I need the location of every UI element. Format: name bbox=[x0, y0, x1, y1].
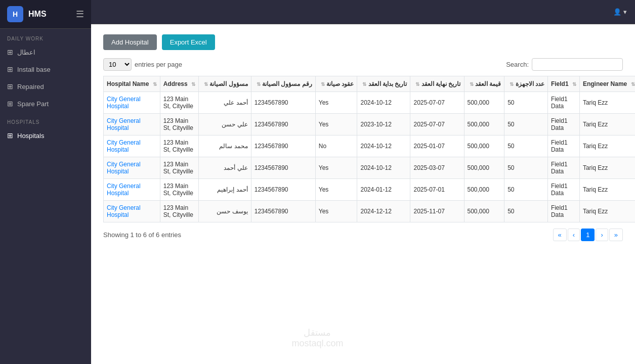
entries-per-page-control: 10 25 50 100 entries per page bbox=[103, 58, 182, 71]
sort-icon-contract-start[interactable]: ⇅ bbox=[362, 81, 366, 87]
search-control: Search: bbox=[506, 58, 623, 71]
hospital-name-link[interactable]: City General Hospital bbox=[107, 117, 141, 131]
sidebar-item-label-spare-part: Spare Part bbox=[17, 100, 49, 108]
hamburger-icon[interactable]: ☰ bbox=[76, 9, 84, 20]
sidebar-item-label-install-base: Install base bbox=[17, 66, 51, 73]
topbar-user-menu[interactable]: 👤 ▾ bbox=[613, 8, 627, 16]
sidebar-item-hospitals[interactable]: ⊞ Hospitals bbox=[0, 127, 91, 144]
hospitals-table: Hospital Name ⇅ Address ⇅ مسؤول الصيانة … bbox=[103, 76, 635, 222]
pagination: « ‹ 1 › » bbox=[553, 229, 623, 241]
sort-icon-contract-value[interactable]: ⇅ bbox=[470, 81, 474, 87]
sidebar-item-اعطال[interactable]: ⊞ اعطال bbox=[0, 43, 91, 61]
table-row: City General Hospital123 Main St, Cityvi… bbox=[104, 201, 636, 222]
pagination-next[interactable]: › bbox=[596, 229, 608, 241]
grid-icon-3: ⊞ bbox=[7, 82, 13, 90]
showing-text: Showing 1 to 6 of 6 entries bbox=[103, 231, 181, 239]
table-row: City General Hospital123 Main St, Cityvi… bbox=[104, 179, 636, 201]
pagination-last[interactable]: » bbox=[609, 229, 623, 241]
toolbar: Add Hospital Export Excel bbox=[103, 34, 623, 50]
sort-icon-engineer-name[interactable]: ⇅ bbox=[631, 81, 635, 87]
daily-work-section-label: DAILY WORK bbox=[0, 29, 91, 43]
grid-icon-5: ⊞ bbox=[7, 131, 13, 140]
sidebar-item-label-hospitals: Hospitals bbox=[17, 132, 44, 140]
th-contract-start: تاريخ بداية العقد ⇅ bbox=[357, 76, 410, 92]
table-row: City General Hospital123 Main St, Cityvi… bbox=[104, 135, 636, 157]
grid-icon-4: ⊞ bbox=[7, 100, 13, 108]
search-label: Search: bbox=[506, 61, 529, 68]
th-maintenance-manager: مسؤول الصيانة ⇅ bbox=[199, 76, 251, 92]
th-contracts: عقود صيانة ⇅ bbox=[315, 76, 357, 92]
pagination-first[interactable]: « bbox=[553, 229, 567, 241]
sort-icon-maintenance-manager[interactable]: ⇅ bbox=[204, 81, 208, 87]
grid-icon-1: ⊞ bbox=[7, 48, 13, 56]
table-row: City General Hospital123 Main St, Cityvi… bbox=[104, 114, 636, 135]
sort-icon-hospital-name[interactable]: ⇅ bbox=[153, 81, 157, 87]
sort-icon-field1[interactable]: ⇅ bbox=[572, 81, 576, 87]
entries-label: entries per page bbox=[135, 61, 182, 68]
th-engineer-name: Engineer Name ⇅ bbox=[579, 76, 635, 92]
export-excel-button[interactable]: Export Excel bbox=[162, 34, 215, 50]
sidebar: H HMS ☰ DAILY WORK ⊞ اعطال ⊞ Install bas… bbox=[0, 0, 91, 364]
sort-icon-contracts[interactable]: ⇅ bbox=[321, 81, 325, 87]
chevron-down-icon: ▾ bbox=[623, 8, 627, 16]
table-row: City General Hospital123 Main St, Cityvi… bbox=[104, 92, 636, 114]
sidebar-header: H HMS ☰ bbox=[0, 0, 91, 29]
hospital-name-link[interactable]: City General Hospital bbox=[107, 161, 141, 175]
hospitals-section-label: HOSPITALS bbox=[0, 112, 91, 127]
pagination-prev[interactable]: ‹ bbox=[568, 229, 580, 241]
add-hospital-button[interactable]: Add Hospital bbox=[103, 34, 157, 50]
app-title: HMS bbox=[28, 10, 47, 19]
entries-select[interactable]: 10 25 50 100 bbox=[103, 58, 132, 71]
grid-icon-2: ⊞ bbox=[7, 65, 13, 73]
topbar: 👤 ▾ bbox=[91, 0, 635, 24]
hospital-name-link[interactable]: City General Hospital bbox=[107, 183, 141, 197]
main-area: 👤 ▾ Add Hospital Export Excel 10 25 50 1… bbox=[91, 0, 635, 364]
sort-icon-device-count[interactable]: ⇅ bbox=[510, 81, 514, 87]
th-device-count: عدد الاجهزة ⇅ bbox=[504, 76, 548, 92]
th-contract-end: تاريخ نهاية العقد ⇅ bbox=[410, 76, 464, 92]
hospital-name-link[interactable]: City General Hospital bbox=[107, 96, 141, 110]
table-footer: Showing 1 to 6 of 6 entries « ‹ 1 › » bbox=[103, 229, 623, 241]
table-body: City General Hospital123 Main St, Cityvi… bbox=[104, 92, 636, 222]
hospital-name-link[interactable]: City General Hospital bbox=[107, 139, 141, 153]
pagination-page-1[interactable]: 1 bbox=[581, 229, 595, 241]
sidebar-item-spare-part[interactable]: ⊞ Spare Part bbox=[0, 95, 91, 112]
th-hospital-name: Hospital Name ⇅ bbox=[104, 76, 160, 92]
sidebar-item-label-repaired: Repaired bbox=[17, 83, 44, 90]
sidebar-item-repaired[interactable]: ⊞ Repaired bbox=[0, 78, 91, 95]
user-icon: 👤 bbox=[613, 8, 621, 16]
sidebar-item-label-اعطال: اعطال bbox=[17, 49, 35, 56]
sidebar-item-install-base[interactable]: ⊞ Install base bbox=[0, 61, 91, 78]
th-address: Address ⇅ bbox=[160, 76, 198, 92]
table-controls: 10 25 50 100 entries per page Search: bbox=[103, 58, 623, 71]
app-logo: H bbox=[7, 6, 23, 22]
th-contract-value: قيمة العقد ⇅ bbox=[464, 76, 504, 92]
sort-icon-contract-end[interactable]: ⇅ bbox=[415, 81, 419, 87]
main-content: Add Hospital Export Excel 10 25 50 100 e… bbox=[91, 24, 635, 364]
th-maintenance-manager-number: رقم مسؤول الصيانة ⇅ bbox=[251, 76, 315, 92]
th-field1: Field1 ⇅ bbox=[547, 76, 579, 92]
hospital-name-link[interactable]: City General Hospital bbox=[107, 204, 141, 218]
sort-icon-mm-number[interactable]: ⇅ bbox=[257, 81, 261, 87]
search-input[interactable] bbox=[532, 58, 623, 71]
table-header: Hospital Name ⇅ Address ⇅ مسؤول الصيانة … bbox=[104, 76, 636, 92]
table-row: City General Hospital123 Main St, Cityvi… bbox=[104, 157, 636, 179]
sort-icon-address[interactable]: ⇅ bbox=[191, 81, 195, 87]
